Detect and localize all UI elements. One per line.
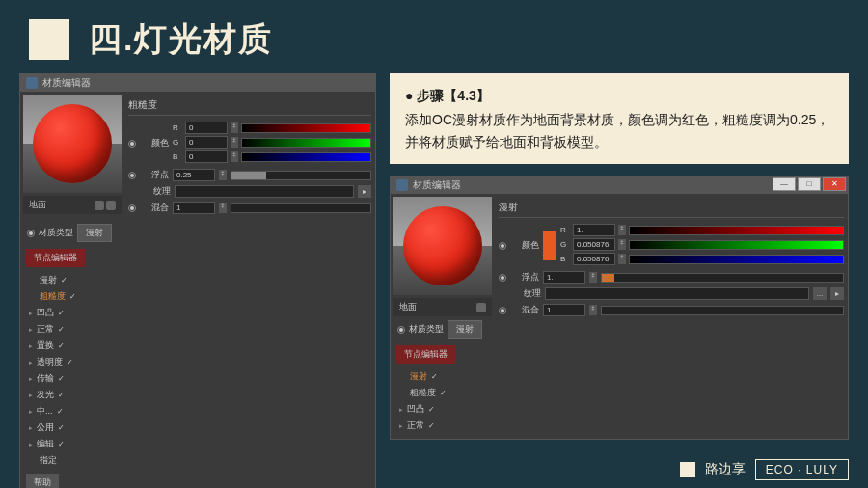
material-name-field[interactable]: 地面 [393, 298, 492, 316]
color-swatch[interactable] [543, 231, 556, 260]
material-name-field[interactable]: 地面 [23, 196, 122, 214]
mat-type-dropdown[interactable]: 漫射 [448, 320, 482, 339]
g-input[interactable]: 0 [185, 136, 228, 149]
spinner-icon[interactable]: ‡ [618, 254, 626, 264]
prop-item-中...[interactable]: ▸中...✓ [25, 403, 120, 420]
radio-icon [397, 326, 405, 334]
spinner-icon[interactable]: ‡ [589, 272, 597, 283]
mat-type-label: 材质类型 [409, 323, 444, 336]
prop-item-透明度[interactable]: ▸透明度✓ [25, 354, 120, 370]
radio-icon [499, 274, 506, 282]
property-list: 漫射✓粗糙度✓▸凹凸✓▸正常✓ [393, 366, 492, 436]
b-slider[interactable] [241, 152, 371, 162]
prop-item-指定[interactable]: 指定 [25, 452, 120, 469]
r-slider[interactable] [241, 123, 371, 133]
arrow-icon[interactable] [476, 303, 486, 312]
expand-icon: ▸ [29, 408, 33, 416]
page-title: 四.灯光材质 [89, 17, 273, 62]
float-slider[interactable] [231, 171, 371, 180]
blend-slider[interactable] [231, 203, 371, 213]
b-input[interactable]: 0.050876 [573, 253, 615, 265]
texture-label: 纹理 [142, 185, 171, 198]
browse-icon[interactable]: ▸ [358, 185, 371, 198]
b-input[interactable]: 0 [185, 150, 228, 163]
window-titlebar[interactable]: 材质编辑器 — □ ✕ [391, 176, 848, 194]
texture-input[interactable] [545, 287, 809, 300]
texture-input[interactable] [175, 185, 354, 198]
spinner-icon[interactable]: ‡ [231, 137, 238, 148]
expand-icon: ▸ [399, 422, 403, 430]
prop-item-传输[interactable]: ▸传输✓ [25, 370, 120, 387]
prop-item-粗糙度[interactable]: 粗糙度✓ [25, 288, 120, 305]
spinner-icon[interactable]: ‡ [231, 151, 238, 162]
spinner-icon[interactable]: ‡ [618, 239, 626, 250]
float-input[interactable]: 1. [543, 271, 585, 284]
check-icon: ✓ [69, 292, 76, 301]
prop-item-凹凸[interactable]: ▸凹凸✓ [395, 401, 490, 418]
prop-item-漫射[interactable]: 漫射✓ [25, 272, 120, 288]
author-name: 路边享 [705, 461, 746, 478]
float-slider[interactable] [601, 273, 844, 283]
color-label: 颜色 [510, 239, 539, 252]
radio-icon [128, 172, 136, 179]
r-label: R [173, 123, 182, 132]
close-button[interactable]: ✕ [823, 177, 846, 191]
prop-item-漫射[interactable]: 漫射✓ [395, 368, 490, 385]
prop-label: 正常 [37, 323, 54, 336]
node-editor-button[interactable]: 节点编辑器 [396, 345, 455, 364]
r-input[interactable]: 0 [185, 122, 228, 134]
mat-type-dropdown[interactable]: 漫射 [77, 224, 112, 242]
browse-icon[interactable]: ▸ [830, 287, 844, 300]
b-label: B [173, 152, 182, 161]
arrow-icon[interactable] [106, 201, 116, 210]
prop-label: 发光 [37, 389, 54, 401]
spinner-icon[interactable]: ‡ [231, 122, 238, 133]
prop-item-粗糙度[interactable]: 粗糙度✓ [395, 385, 490, 401]
g-input[interactable]: 0.050876 [573, 238, 615, 251]
prop-label: 中... [37, 405, 53, 418]
prop-item-正常[interactable]: ▸正常✓ [25, 321, 120, 338]
b-label: B [560, 255, 570, 263]
spinner-icon[interactable]: ‡ [589, 305, 597, 315]
r-input[interactable]: 1. [573, 224, 615, 236]
blend-input[interactable]: 1 [543, 304, 585, 316]
lock-icon[interactable] [95, 201, 104, 210]
prop-item-凹凸[interactable]: ▸凹凸✓ [25, 305, 120, 321]
float-label: 浮点 [510, 271, 539, 284]
node-editor-button[interactable]: 节点编辑器 [26, 249, 85, 267]
material-preview [393, 197, 492, 295]
prop-item-发光[interactable]: ▸发光✓ [25, 387, 120, 403]
maximize-button[interactable]: □ [798, 177, 821, 191]
section-title: 粗糙度 [128, 95, 371, 116]
spinner-icon[interactable]: ‡ [219, 170, 227, 180]
radio-icon [499, 242, 506, 250]
expand-icon: ▸ [29, 359, 33, 366]
blend-input[interactable]: 1 [173, 202, 215, 214]
g-slider[interactable] [629, 240, 844, 250]
blend-slider[interactable] [601, 306, 844, 315]
mat-type-label: 材质类型 [39, 227, 73, 239]
material-preview [23, 95, 122, 193]
help-button[interactable]: 帮助 [26, 474, 59, 488]
b-slider[interactable] [629, 255, 844, 264]
prop-item-编辑[interactable]: ▸编辑✓ [25, 436, 120, 452]
section-title: 漫射 [499, 198, 844, 218]
spinner-icon[interactable]: ‡ [618, 225, 626, 235]
r-slider[interactable] [629, 226, 844, 235]
material-editor-1: 材质编辑器 地面 材质类型漫射 节点编辑器 漫射✓粗糙度✓▸凹凸✓▸正常✓▸置换… [19, 73, 376, 488]
g-slider[interactable] [241, 138, 371, 148]
spinner-icon[interactable]: ‡ [219, 203, 227, 213]
prop-item-置换[interactable]: ▸置换✓ [25, 338, 120, 354]
check-icon: ✓ [428, 405, 435, 414]
prop-label: 正常 [407, 420, 424, 432]
window-titlebar[interactable]: 材质编辑器 [20, 74, 375, 92]
float-label: 浮点 [140, 169, 169, 181]
prop-item-公用[interactable]: ▸公用✓ [25, 420, 120, 436]
prop-item-正常[interactable]: ▸正常✓ [395, 418, 490, 434]
minimize-button[interactable]: — [773, 177, 796, 191]
preview-sphere [403, 206, 482, 285]
check-icon: ✓ [58, 391, 65, 399]
float-input[interactable]: 0.25 [173, 169, 215, 181]
browse-icon[interactable]: ... [813, 287, 827, 300]
check-icon: ✓ [58, 423, 65, 432]
